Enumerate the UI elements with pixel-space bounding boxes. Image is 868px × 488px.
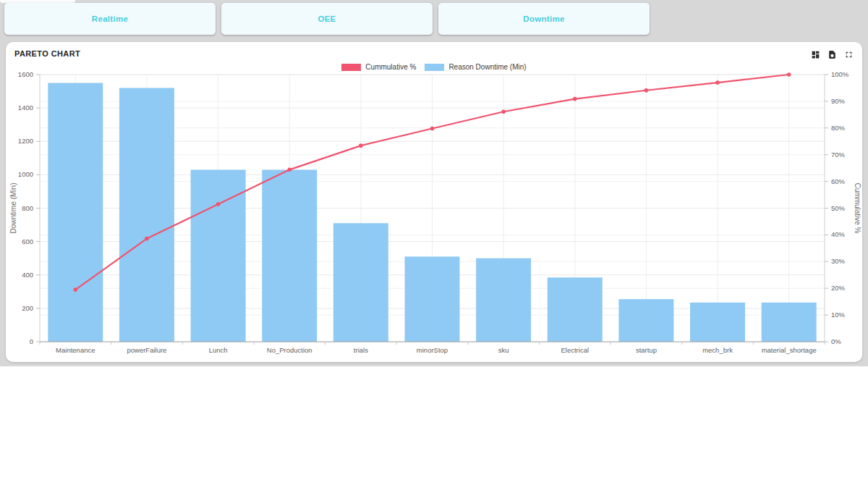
svg-text:80%: 80%: [831, 124, 846, 132]
svg-text:30%: 30%: [831, 257, 846, 265]
svg-text:startup: startup: [636, 346, 657, 354]
svg-text:Downtime (Min): Downtime (Min): [9, 182, 17, 233]
svg-text:0%: 0%: [831, 337, 841, 345]
svg-text:No_Production: No_Production: [267, 346, 312, 354]
svg-text:Electrical: Electrical: [561, 346, 589, 354]
tab-oee[interactable]: OEE: [221, 3, 433, 35]
svg-text:powerFailure: powerFailure: [127, 346, 166, 354]
svg-text:1000: 1000: [18, 170, 33, 178]
svg-text:20%: 20%: [831, 284, 846, 292]
svg-text:1400: 1400: [18, 104, 33, 112]
svg-text:10%: 10%: [831, 311, 846, 319]
svg-text:800: 800: [22, 204, 33, 212]
svg-text:mech_brk: mech_brk: [702, 346, 733, 354]
svg-text:400: 400: [22, 271, 33, 279]
svg-text:sku: sku: [498, 346, 509, 354]
svg-text:200: 200: [22, 304, 33, 312]
svg-text:50%: 50%: [831, 204, 846, 212]
svg-text:1600: 1600: [18, 70, 33, 78]
pareto-chart-plot[interactable]: 020040060080010001200140016000%10%20%30%…: [6, 42, 862, 362]
tab-realtime[interactable]: Realtime: [4, 3, 216, 35]
svg-text:Maintenance: Maintenance: [56, 346, 95, 354]
svg-text:0: 0: [30, 337, 33, 345]
tab-bar: Realtime OEE Downtime: [4, 3, 650, 35]
svg-text:1200: 1200: [18, 137, 33, 145]
svg-text:100%: 100%: [831, 70, 849, 78]
svg-text:70%: 70%: [831, 151, 846, 159]
svg-text:600: 600: [22, 237, 33, 245]
svg-text:Cummulative %: Cummulative %: [854, 182, 861, 233]
tab-downtime-label: Downtime: [523, 14, 564, 23]
svg-text:material_shortage: material_shortage: [762, 346, 817, 354]
svg-text:60%: 60%: [831, 177, 846, 185]
svg-text:trials: trials: [354, 346, 368, 354]
tab-oee-label: OEE: [318, 14, 336, 23]
svg-text:90%: 90%: [831, 97, 846, 105]
svg-text:40%: 40%: [831, 230, 846, 238]
tab-downtime[interactable]: Downtime: [438, 3, 650, 35]
tab-realtime-label: Realtime: [92, 14, 128, 23]
svg-text:Lunch: Lunch: [209, 346, 228, 354]
svg-text:minorStop: minorStop: [417, 346, 448, 354]
pareto-chart-card: PARETO CHART Cummulative % Reason Downti…: [6, 42, 862, 362]
